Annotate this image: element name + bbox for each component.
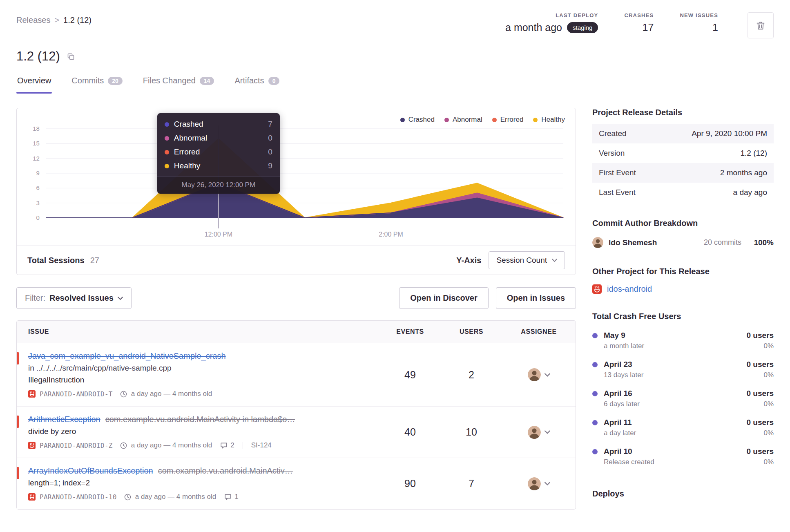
issue-comments-link[interactable]: 1 (224, 493, 238, 501)
column-users: USERS (441, 321, 502, 343)
title-row: 1.2 (12) (0, 38, 790, 64)
tooltip-series-value: 9 (268, 161, 272, 170)
chart-footer: Total Sessions 27 Y-Axis Session Count (17, 246, 576, 275)
open-in-issues-button[interactable]: Open in Issues (496, 287, 576, 309)
chart-legend: Crashed Abnormal Errored Healthy (400, 116, 565, 124)
issue-age: a day ago — 4 months old (131, 390, 212, 398)
meta-divider (243, 442, 243, 449)
release-details-table: Created Apr 9, 2020 10:00 PM Version 1.2… (592, 124, 774, 202)
other-project-link[interactable]: idos-android (607, 284, 652, 294)
issue-assignee-dropdown[interactable] (502, 426, 576, 439)
crash-free-percent: 0% (763, 342, 774, 350)
filter-label: Filter: (25, 293, 45, 303)
series-dot-icon (165, 136, 169, 141)
author-commit-count: 20 commits (704, 238, 741, 247)
release-detail-row: Created Apr 9, 2020 10:00 PM (592, 124, 774, 143)
chevron-down-icon (545, 482, 550, 485)
detail-label: Created (599, 129, 627, 138)
issue-comments-link[interactable]: 2 (220, 441, 234, 449)
detail-value: 2 months ago (720, 168, 767, 177)
issues-table-header: ISSUE EVENTS USERS ASSIGNEE (17, 321, 576, 343)
error-level-indicator (17, 467, 19, 479)
crash-free-section: Total Crash Free Users May 9 0 users a m… (592, 312, 774, 473)
detail-value: 1.2 (12) (741, 149, 767, 158)
page-header: Releases > 1.2 (12) LAST DEPLOY a month … (0, 0, 790, 38)
legend-item-healthy[interactable]: Healthy (533, 116, 565, 124)
tooltip-date: May 26, 2020 12:00 PM (157, 176, 280, 194)
crash-free-date: April 10 (604, 447, 632, 456)
tooltip-series-label: Errored (174, 148, 200, 156)
content: 036912151812:00 PM2:00 PM Crashed Abnorm… (0, 93, 790, 515)
comment-bubble-icon (220, 442, 228, 449)
timeline-dot-icon (592, 391, 598, 396)
svg-text:2:00 PM: 2:00 PM (379, 231, 403, 238)
issue-message: IllegalInstruction (28, 376, 371, 384)
tab-label: Overview (17, 76, 51, 85)
crash-free-percent: 0% (763, 458, 774, 466)
crashes-label: CRASHES (624, 12, 654, 18)
issue-title-link[interactable]: Java_com_example_vu_android_NativeSample… (28, 351, 226, 361)
clock-icon (124, 494, 131, 501)
tab-label: Files Changed (143, 76, 196, 85)
copy-version-button[interactable] (66, 51, 76, 62)
breadcrumb-current: 1.2 (12) (63, 16, 91, 25)
issue-message: length=1; index=2 (28, 478, 371, 487)
error-level-indicator (17, 416, 19, 428)
issue-message: divide by zero (28, 427, 371, 436)
tooltip-series-label: Healthy (174, 161, 200, 170)
tooltip-series-label: Abnormal (174, 134, 207, 143)
delete-release-button[interactable] (748, 12, 774, 38)
svg-text:18: 18 (33, 125, 40, 132)
issue-assignee-dropdown[interactable] (502, 477, 576, 490)
detail-label: First Event (599, 168, 636, 177)
breadcrumb: Releases > 1.2 (12) (16, 12, 91, 25)
assignee-avatar (528, 426, 541, 439)
yaxis-select-dropdown[interactable]: Session Count (489, 251, 565, 269)
issue-users-count: 10 (441, 426, 502, 438)
deploys-heading: Deploys (592, 489, 774, 498)
issue-project-slug: PARANOID-ANDROID-10 (40, 493, 117, 501)
issue-title-link[interactable]: ArithmeticException (28, 415, 100, 424)
svg-text:12: 12 (33, 155, 40, 162)
breadcrumb-releases-link[interactable]: Releases (16, 16, 50, 25)
svg-text:6: 6 (36, 184, 40, 191)
total-sessions-label: Total Sessions (27, 256, 85, 265)
issue-age: a day ago — 4 months old (131, 441, 212, 449)
svg-text:9: 9 (36, 170, 40, 177)
chart-tooltip: Crashed 7 Abnormal 0 Errored 0 Healthy 9… (157, 113, 280, 194)
series-dot-icon (165, 150, 169, 154)
legend-label: Crashed (408, 116, 435, 124)
svg-text:12:00 PM: 12:00 PM (205, 231, 232, 238)
tab-files-changed[interactable]: Files Changed 14 (142, 72, 215, 93)
crash-free-date: April 23 (604, 360, 632, 369)
issue-title-link[interactable]: ArrayIndexOutOfBoundsException (28, 466, 153, 476)
open-in-discover-button[interactable]: Open in Discover (399, 287, 489, 309)
author-percent: 100% (747, 238, 774, 247)
issue-comment-count: 1 (234, 493, 238, 501)
crash-free-users: 0 users (746, 389, 774, 398)
tab-count-badge: 0 (268, 77, 280, 85)
issues-filter-dropdown[interactable]: Filter: Resolved Issues (16, 287, 132, 309)
crash-free-relative-date: a month later (604, 342, 644, 350)
legend-item-crashed[interactable]: Crashed (400, 116, 435, 124)
issue-assignee-dropdown[interactable] (502, 368, 576, 381)
legend-label: Abnormal (453, 116, 482, 124)
new-issues-value: 1 (680, 22, 718, 34)
chevron-down-icon (118, 297, 123, 300)
tab-overview[interactable]: Overview (16, 72, 52, 93)
clock-icon (120, 391, 127, 398)
tab-commits[interactable]: Commits 20 (71, 72, 123, 93)
tab-artifacts[interactable]: Artifacts 0 (234, 72, 280, 93)
sessions-chart[interactable]: 036912151812:00 PM2:00 PM Crashed Abnorm… (17, 108, 576, 246)
legend-item-errored[interactable]: Errored (492, 116, 524, 124)
tooltip-series-value: 0 (268, 148, 272, 156)
release-details-section: Project Release Details Created Apr 9, 2… (592, 108, 774, 202)
issue-ticket-link[interactable]: SI-124 (251, 441, 272, 449)
issue-users-count: 2 (441, 369, 502, 381)
last-deploy-label: LAST DEPLOY (505, 12, 598, 18)
page-title: 1.2 (12) (16, 49, 60, 64)
assignee-avatar (528, 368, 541, 381)
issue-users-count: 7 (441, 478, 502, 490)
issue-age: a day ago — 4 months old (135, 493, 216, 501)
legend-item-abnormal[interactable]: Abnormal (444, 116, 482, 124)
